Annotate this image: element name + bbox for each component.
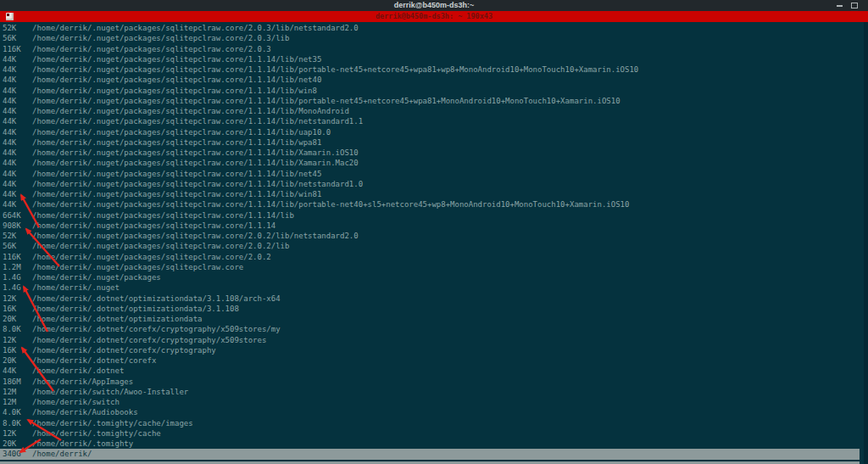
- du-size: 44K: [3, 127, 16, 137]
- minimize-icon[interactable]: [837, 5, 843, 7]
- du-line: 1.4G/home/derrik/.nuget: [0, 282, 868, 293]
- du-path: /home/derrik/.nuget/packages/sqlitepclra…: [32, 169, 321, 179]
- window-titlebar[interactable]: derrik@b450m-ds3h:~: [0, 0, 868, 11]
- du-line: 16K/home/derrik/.dotnet/optimizationdata…: [0, 304, 868, 314]
- du-size: 1.2M: [3, 262, 21, 272]
- du-path: /home/derrik/.dotnet: [32, 366, 124, 376]
- du-path: /home/derrik/.dotnet/corefx/cryptography…: [32, 335, 266, 345]
- du-size: 12K: [3, 428, 16, 439]
- du-size: 56K: [3, 33, 16, 43]
- du-line: 12K/home/derrik/.dotnet/corefx/cryptogra…: [0, 335, 868, 345]
- du-line: 12M/home/derrik/switch: [0, 397, 868, 407]
- du-path: /home/derrik/.nuget/packages/sqlitepclra…: [32, 75, 321, 85]
- du-path: /home/derrik/switch: [32, 397, 120, 407]
- du-size: 44K: [3, 366, 16, 376]
- du-size: 44K: [3, 116, 16, 126]
- du-size: 20K: [3, 355, 16, 366]
- du-path: /home/derrik/.nuget/packages/sqlitepclra…: [32, 148, 359, 158]
- du-path: /home/derrik/.nuget: [32, 282, 120, 293]
- du-size: 20K: [3, 314, 16, 324]
- du-line: 12K/home/derrik/.tomighty/cache: [0, 428, 868, 439]
- du-size: 1.4G: [3, 282, 21, 293]
- du-path: /home/derrik/.nuget/packages/sqlitepclra…: [32, 106, 349, 116]
- du-path: /home/derrik/.nuget/packages/sqlitepclra…: [32, 221, 275, 231]
- du-size: 52K: [3, 23, 16, 33]
- du-line: 1.4G/home/derrik/.nuget/packages: [0, 272, 868, 282]
- maximize-icon[interactable]: [851, 3, 858, 8]
- du-path: /home/derrik/.nuget/packages/sqlitepclra…: [32, 179, 363, 189]
- du-line: 116K/home/derrik/.nuget/packages/sqlitep…: [0, 44, 868, 54]
- du-line: 8.0K/home/derrik/.dotnet/corefx/cryptogr…: [0, 324, 868, 334]
- du-line: 44K/home/derrik/.nuget/packages/sqlitepc…: [0, 75, 868, 85]
- du-line: 116K/home/derrik/.nuget/packages/sqlitep…: [0, 252, 868, 262]
- du-path: /home/derrik/.nuget/packages/sqlitepclra…: [32, 189, 321, 199]
- du-size: 44K: [3, 137, 16, 148]
- du-line: 16K/home/derrik/.dotnet/corefx/cryptogra…: [0, 345, 868, 355]
- du-path: /home/derrik/.tomighty/cache/images: [32, 418, 193, 428]
- du-line: 20K/home/derrik/.tomighty: [0, 439, 868, 449]
- du-line: 12M/home/derrik/switch/Awoo-Installer: [0, 387, 868, 397]
- du-size: 116K: [3, 252, 21, 262]
- du-path: /home/derrik/.nuget/packages/sqlitepclra…: [32, 210, 294, 221]
- du-path: /home/derrik/AppImages: [32, 377, 133, 387]
- du-size: 44K: [3, 106, 16, 116]
- du-size: 12K: [3, 293, 16, 304]
- du-path: /home/derrik/.dotnet/corefx/cryptography: [32, 345, 216, 355]
- scrollbar[interactable]: [864, 22, 868, 464]
- du-line: 908K/home/derrik/.nuget/packages/sqlitep…: [0, 221, 868, 231]
- du-line: 44K/home/derrik/.nuget/packages/sqlitepc…: [0, 96, 868, 106]
- du-size: 52K: [3, 231, 16, 241]
- du-line: 44K/home/derrik/.dotnet: [0, 366, 868, 376]
- du-path: /home/derrik/.nuget/packages: [32, 272, 161, 282]
- terminal-tab-bar[interactable]: derrik@b450m-ds3h: ~ 190x43: [0, 11, 868, 22]
- du-size: 116K: [3, 44, 21, 54]
- du-line: 44K/home/derrik/.nuget/packages/sqlitepc…: [0, 169, 868, 179]
- du-size: 44K: [3, 158, 16, 168]
- du-line: 44K/home/derrik/.nuget/packages/sqlitepc…: [0, 64, 868, 75]
- du-size: 8.0K: [3, 418, 21, 428]
- du-path: /home/derrik/.nuget/packages/sqlitepclra…: [32, 262, 243, 272]
- du-path: /home/derrik/.nuget/packages/sqlitepclra…: [32, 86, 317, 96]
- du-size: 186M: [3, 377, 21, 387]
- du-path: /home/derrik/.nuget/packages/sqlitepclra…: [32, 137, 321, 148]
- du-line: 44K/home/derrik/.nuget/packages/sqlitepc…: [0, 54, 868, 64]
- du-size: 56K: [3, 241, 16, 251]
- du-path: /home/derrik/.nuget/packages/sqlitepclra…: [32, 252, 271, 262]
- window-controls: [837, 0, 858, 11]
- du-line: 52K/home/derrik/.nuget/packages/sqlitepc…: [0, 23, 868, 33]
- du-line: 44K/home/derrik/.nuget/packages/sqlitepc…: [0, 116, 868, 126]
- du-path: /home/derrik/.dotnet/optimizationdata/3.…: [32, 304, 239, 314]
- du-path: /home/derrik/Audiobooks: [32, 407, 138, 417]
- du-size: 44K: [3, 75, 16, 85]
- du-path: /home/derrik/.nuget/packages/sqlitepclra…: [32, 54, 321, 64]
- du-line: 44K/home/derrik/.nuget/packages/sqlitepc…: [0, 189, 868, 199]
- du-size: 44K: [3, 96, 16, 106]
- du-path: /home/derrik/.tomighty/cache: [32, 428, 161, 439]
- du-line: 44K/home/derrik/.nuget/packages/sqlitepc…: [0, 158, 868, 168]
- du-size: 44K: [3, 169, 16, 179]
- du-path: /home/derrik/.nuget/packages/sqlitepclra…: [32, 33, 289, 43]
- du-path: /home/derrik/.nuget/packages/sqlitepclra…: [32, 44, 271, 54]
- du-path: /home/derrik/.nuget/packages/sqlitepclra…: [32, 199, 629, 210]
- du-line: 56K/home/derrik/.nuget/packages/sqlitepc…: [0, 241, 868, 251]
- du-size: 12K: [3, 335, 16, 345]
- du-path: /home/derrik/.nuget/packages/sqlitepclra…: [32, 116, 363, 126]
- terminal-output[interactable]: 52K/home/derrik/.nuget/packages/sqlitepc…: [0, 23, 868, 460]
- du-line: 44K/home/derrik/.nuget/packages/sqlitepc…: [0, 137, 868, 148]
- du-path: /home/derrik/.dotnet/corefx/cryptography…: [32, 324, 281, 334]
- du-line: 52K/home/derrik/.nuget/packages/sqlitepc…: [0, 231, 868, 241]
- du-size: 44K: [3, 179, 16, 189]
- du-size: 44K: [3, 86, 16, 96]
- du-line: 44K/home/derrik/.nuget/packages/sqlitepc…: [0, 148, 868, 158]
- du-size: 908K: [3, 221, 21, 231]
- window-title: derrik@b450m-ds3h:~: [394, 0, 475, 11]
- du-path: /home/derrik/.nuget/packages/sqlitepclra…: [32, 231, 359, 241]
- du-size: 20K: [3, 439, 16, 449]
- du-line: 664K/home/derrik/.nuget/packages/sqlitep…: [0, 210, 868, 221]
- du-size: 8.0K: [3, 324, 21, 334]
- du-size: 1.4G: [3, 272, 21, 282]
- du-line: 20K/home/derrik/.dotnet/corefx: [0, 355, 868, 366]
- du-size: 12M: [3, 387, 16, 397]
- tab-title: derrik@b450m-ds3h: ~ 190x43: [376, 11, 492, 22]
- du-size: 12M: [3, 397, 16, 407]
